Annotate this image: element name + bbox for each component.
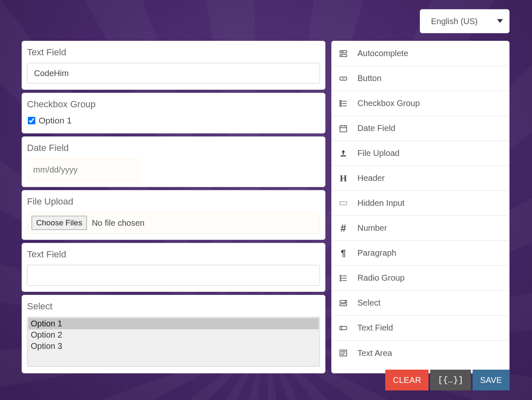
palette-item-paragraph[interactable]: ¶ Paragraph (332, 241, 509, 266)
palette-item-header[interactable]: H Header (332, 166, 509, 191)
field-label: Text Field (27, 47, 320, 58)
language-select[interactable]: English (US) (420, 9, 510, 33)
palette-label: Button (357, 74, 382, 83)
palette-label: Paragraph (357, 248, 396, 258)
calendar-icon (338, 124, 348, 133)
palette-item-text-area[interactable]: Text Area (332, 341, 509, 365)
field-text-2[interactable]: Text Field (22, 243, 325, 292)
checkbox-input[interactable] (28, 117, 35, 124)
svg-point-21 (340, 275, 341, 276)
svg-point-23 (340, 279, 341, 281)
svg-rect-11 (340, 105, 341, 106)
palette-label: Select (357, 298, 381, 308)
palette-label: Hidden Input (357, 198, 404, 208)
field-label: Checkbox Group (27, 99, 320, 110)
paragraph-icon: ¶ (338, 248, 348, 259)
svg-rect-1 (340, 54, 347, 57)
select-icon (338, 299, 348, 308)
svg-rect-16 (341, 155, 346, 156)
checkbox-label: Option 1 (39, 116, 71, 126)
choose-files-button[interactable]: Choose Files (32, 216, 87, 230)
svg-rect-9 (340, 100, 341, 101)
field-text-1[interactable]: Text Field (22, 41, 325, 90)
field-label: Date Field (27, 143, 320, 153)
palette-label: Date Field (357, 123, 395, 133)
footer-actions: CLEAR [{…}] SAVE (385, 370, 510, 390)
palette-item-autocomplete[interactable]: Autocomplete (332, 41, 509, 66)
select-option: Option 2 (28, 329, 319, 341)
data-button[interactable]: [{…}] (430, 370, 471, 390)
hash-icon: # (338, 222, 348, 234)
palette-item-number[interactable]: # Number (332, 216, 509, 241)
palette-label: Text Area (357, 348, 392, 358)
palette-item-hidden-input[interactable]: Hidden Input (332, 191, 509, 216)
text-field-icon (338, 323, 348, 333)
select-option: Option 1 (28, 318, 319, 329)
autocomplete-icon (338, 49, 348, 58)
checkbox-option[interactable]: Option 1 (27, 115, 320, 127)
button-icon: OK (338, 74, 348, 83)
svg-text:OK: OK (342, 78, 345, 80)
palette-item-button[interactable]: OK Button (332, 66, 509, 91)
text-field-input[interactable] (27, 265, 320, 286)
select-option: Option 3 (28, 341, 319, 352)
field-label: File Upload (27, 196, 320, 207)
palette-label: Radio Group (357, 273, 404, 283)
save-button[interactable]: SAVE (473, 370, 510, 390)
svg-rect-10 (340, 103, 341, 104)
svg-rect-24 (340, 300, 347, 303)
palette-item-text-field[interactable]: Text Field (332, 316, 509, 341)
text-field-input[interactable] (27, 63, 320, 84)
palette-label: Checkbox Group (357, 99, 420, 108)
palette-label: Header (357, 173, 385, 183)
palette-item-checkbox-group[interactable]: Checkbox Group (332, 91, 509, 116)
palette-label: Text Field (357, 323, 393, 333)
date-input[interactable] (27, 158, 139, 181)
hidden-icon (338, 199, 348, 208)
field-label: Select (27, 301, 320, 312)
svg-rect-27 (340, 326, 347, 329)
file-status: No file chosen (92, 218, 145, 228)
select-list[interactable]: Option 1 Option 2 Option 3 (27, 317, 320, 367)
list-check-icon (338, 99, 348, 108)
palette-item-select[interactable]: Select (332, 291, 509, 316)
svg-rect-12 (340, 126, 347, 132)
field-select[interactable]: Select Option 1 Option 2 Option 3 (22, 295, 325, 373)
palette-item-radio-group[interactable]: Radio Group (332, 266, 509, 291)
field-checkbox-group[interactable]: Checkbox Group Option 1 (22, 93, 325, 133)
field-date[interactable]: Date Field (22, 136, 325, 187)
file-input-box: Choose Files No file chosen (27, 212, 320, 234)
language-select-wrap: English (US) (420, 9, 510, 33)
palette-label: Autocomplete (357, 49, 408, 58)
field-file-upload[interactable]: File Upload Choose Files No file chosen (22, 190, 325, 240)
form-preview: Text Field Checkbox Group Option 1 Date … (22, 41, 325, 373)
palette-item-date-field[interactable]: Date Field (332, 116, 509, 141)
palette-label: Number (357, 223, 387, 233)
svg-point-22 (340, 277, 341, 279)
field-label: Text Field (27, 249, 320, 260)
palette-label: File Upload (357, 148, 399, 158)
component-palette: Autocomplete OK Button Checkbox Group Da… (331, 41, 510, 373)
svg-rect-25 (340, 304, 347, 306)
palette-item-file-upload[interactable]: File Upload (332, 141, 509, 166)
textarea-icon (338, 348, 348, 358)
upload-icon (338, 149, 348, 158)
header-icon: H (338, 173, 348, 184)
list-radio-icon (338, 274, 348, 283)
clear-button[interactable]: CLEAR (385, 370, 429, 390)
svg-rect-17 (340, 202, 347, 205)
